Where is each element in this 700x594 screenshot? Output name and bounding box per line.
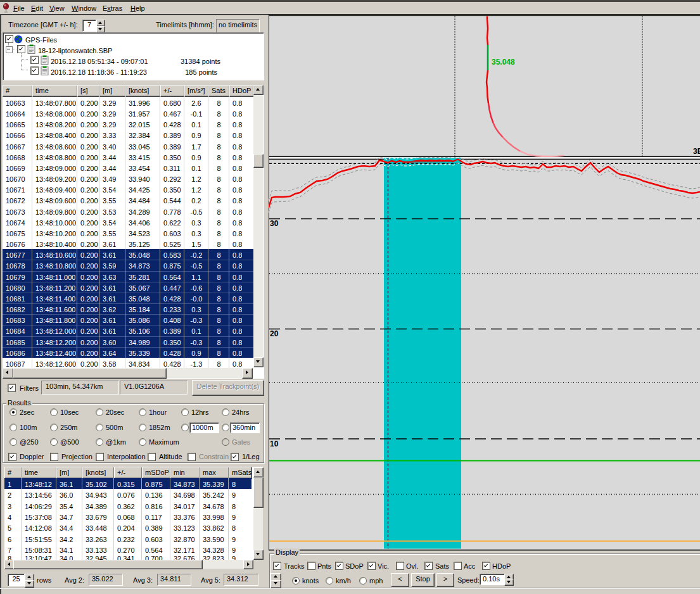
svg-text:20: 20 (270, 329, 279, 338)
svg-text:3B: 3B (693, 147, 700, 156)
svg-text:30: 30 (270, 219, 279, 228)
svg-text:35.048: 35.048 (492, 58, 515, 66)
svg-text:10: 10 (270, 439, 279, 448)
